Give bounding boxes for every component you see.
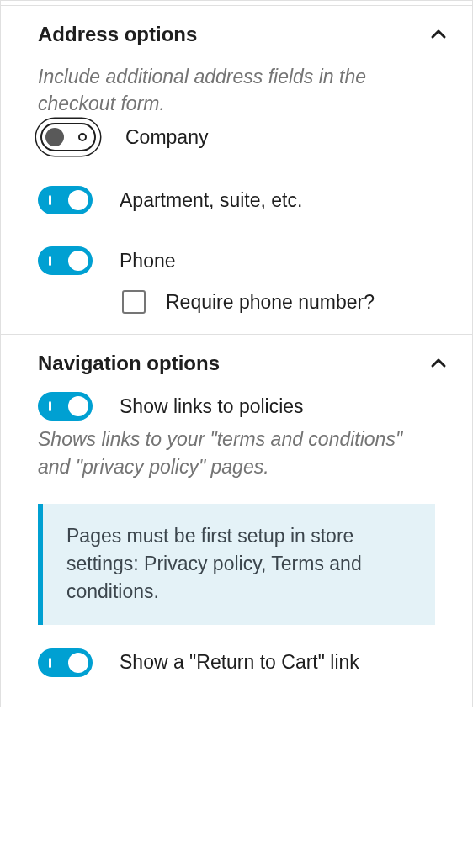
address-options-section: Address options Include additional addre…	[1, 5, 472, 334]
settings-panel: Address options Include additional addre…	[0, 0, 473, 707]
address-options-body: Include additional address fields in the…	[1, 63, 472, 334]
address-options-header[interactable]: Address options	[1, 6, 472, 63]
navigation-options-title: Navigation options	[38, 352, 220, 375]
company-label: Company	[125, 126, 208, 149]
policies-notice: Pages must be first setup in store setti…	[38, 504, 435, 625]
require-phone-option: Require phone number?	[122, 290, 435, 314]
navigation-options-section: Navigation options Show links to policie…	[1, 334, 472, 707]
phone-label: Phone	[120, 250, 176, 273]
apartment-label: Apartment, suite, etc.	[120, 189, 302, 212]
phone-toggle[interactable]	[38, 246, 93, 275]
company-toggle[interactable]	[38, 120, 98, 154]
chevron-up-icon	[428, 353, 449, 373]
policies-help: Shows links to your "terms and condition…	[38, 426, 435, 479]
policies-option: Show links to policies	[38, 392, 435, 421]
policies-label: Show links to policies	[120, 395, 304, 418]
require-phone-label: Require phone number?	[166, 291, 375, 314]
return-to-cart-option: Show a "Return to Cart" link	[38, 648, 435, 677]
company-option: Company	[38, 120, 435, 154]
return-to-cart-label: Show a "Return to Cart" link	[120, 651, 359, 674]
navigation-options-body: Show links to policies Shows links to yo…	[1, 392, 472, 707]
require-phone-checkbox[interactable]	[122, 290, 146, 314]
return-to-cart-toggle[interactable]	[38, 648, 93, 677]
address-options-description: Include additional address fields in the…	[38, 63, 435, 117]
chevron-up-icon	[428, 24, 449, 45]
phone-option: Phone	[38, 246, 435, 275]
address-options-title: Address options	[38, 23, 197, 46]
apartment-option: Apartment, suite, etc.	[38, 186, 435, 214]
navigation-options-header[interactable]: Navigation options	[1, 335, 472, 392]
policies-toggle[interactable]	[38, 392, 93, 421]
apartment-toggle[interactable]	[38, 186, 93, 214]
